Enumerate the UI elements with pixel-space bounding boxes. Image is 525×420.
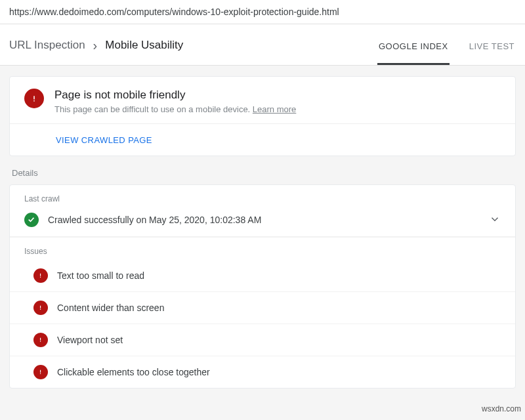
status-subtitle-text: This page can be difficult to use on a m… [54,104,253,114]
status-text: Page is not mobile friendly This page ca… [54,89,296,114]
details-label: Details [12,168,513,178]
issues-section: Issues Text too small to read Content wi… [10,237,515,388]
issue-text: Text too small to read [57,270,144,281]
breadcrumb-current: Mobile Usability [105,39,183,52]
action-row: VIEW CRAWLED PAGE [10,124,515,156]
issue-text: Viewport not set [57,335,123,345]
issue-row[interactable]: Viewport not set [10,324,515,356]
error-icon [33,333,48,347]
error-icon [33,301,48,315]
learn-more-link[interactable]: Learn more [253,104,296,114]
issue-text: Clickable elements too close together [57,367,210,377]
error-icon [33,365,48,379]
issue-row[interactable]: Clickable elements too close together [10,356,515,388]
tab-google-index[interactable]: GOOGLE INDEX [377,27,450,65]
watermark: wsxdn.com [482,404,521,411]
content: Page is not mobile friendly This page ca… [0,66,525,411]
issue-text: Content wider than screen [57,303,164,313]
error-icon [24,89,44,108]
crawl-row[interactable]: Crawled successfully on May 25, 2020, 10… [10,203,515,237]
url-bar[interactable]: https://www.dedoimedo.com/computers/wind… [0,0,525,24]
status-title: Page is not mobile friendly [54,89,296,102]
status-card: Page is not mobile friendly This page ca… [9,76,516,156]
last-crawl-label: Last crawl [10,185,515,203]
breadcrumb: URL Inspection › Mobile Usability [9,24,183,65]
issue-row[interactable]: Text too small to read [10,260,515,291]
tabs: GOOGLE INDEX LIVE TEST [377,27,516,65]
chevron-down-icon[interactable] [489,213,501,227]
breadcrumb-root[interactable]: URL Inspection [9,39,85,52]
status-subtitle: This page can be difficult to use on a m… [54,104,296,114]
status-row: Page is not mobile friendly This page ca… [10,77,515,124]
details-card: Last crawl Crawled successfully on May 2… [9,184,516,388]
header-row: URL Inspection › Mobile Usability GOOGLE… [0,24,525,66]
issues-list: Text too small to read Content wider tha… [10,260,515,388]
issue-row[interactable]: Content wider than screen [10,291,515,324]
chevron-right-icon: › [93,39,98,52]
issues-label: Issues [10,238,515,256]
tab-live-test[interactable]: LIVE TEST [468,27,516,65]
check-icon [24,213,39,227]
error-icon [33,268,48,283]
view-crawled-page-button[interactable]: VIEW CRAWLED PAGE [56,135,152,145]
crawl-text: Crawled successfully on May 25, 2020, 10… [48,215,480,225]
